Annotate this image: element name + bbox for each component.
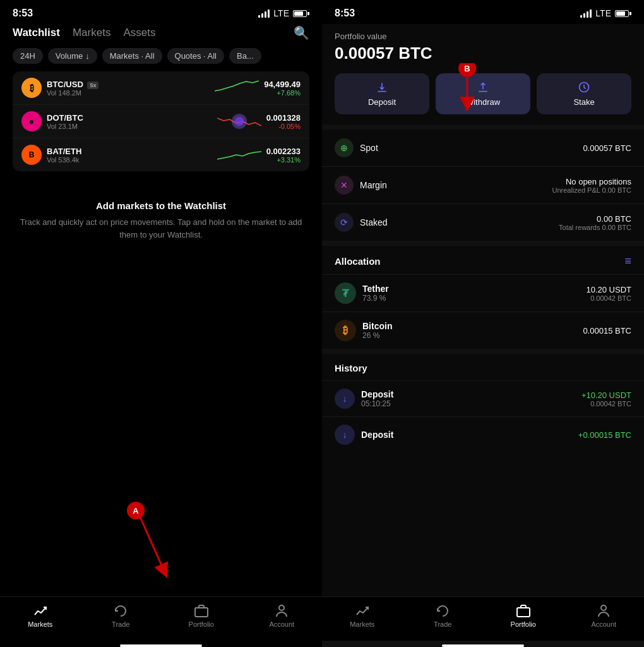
margin-value: No open positions: [552, 177, 631, 186]
allocation-title: Allocation: [335, 256, 381, 267]
history-btc-1: 0.00042 BTC: [581, 400, 631, 408]
bitcoin-icon: ₿: [335, 320, 356, 341]
left-nav-account[interactable]: Account: [263, 603, 301, 628]
margin-sub: Unrealized P&L 0.00 BTC: [552, 186, 631, 194]
dot-info: DOT/BTC Vol 23.1M: [47, 113, 212, 130]
margin-name: Margin: [360, 180, 387, 190]
right-nav-trade[interactable]: Trade: [424, 603, 462, 628]
left-bottom-nav: Markets Trade Portfolio Account: [0, 596, 322, 641]
watchlist-row-dot[interactable]: ● DOT/BTC Vol 23.1M 0.001328 -0.05%: [13, 105, 309, 138]
chip-24h[interactable]: 24H: [13, 48, 43, 64]
svg-point-6: [279, 605, 284, 610]
history-deposit-icon-2: ↓: [335, 425, 355, 445]
right-nav-markets[interactable]: Markets: [343, 603, 381, 628]
btc-icon: ₿: [21, 78, 42, 98]
arrow-a-svg: A: [63, 502, 189, 590]
margin-row[interactable]: ✕ Margin No open positions Unrealized P&…: [322, 167, 644, 204]
btc-chart: [215, 78, 259, 97]
btc-vol: Vol 148.2M: [47, 89, 210, 97]
right-nav-portfolio[interactable]: Portfolio: [504, 603, 542, 628]
list-icon: ≡: [624, 255, 631, 268]
staked-row[interactable]: ⟳ Staked 0.00 BTC Total rewards 0.00 BTC: [322, 204, 644, 241]
portfolio-value: 0.00057 BTC: [335, 44, 631, 63]
right-nav-account[interactable]: Account: [585, 603, 623, 628]
btc-pair: BTC/USD 5x: [47, 80, 210, 89]
bitcoin-primary: 0.00015 BTC: [583, 326, 631, 336]
svg-rect-13: [517, 608, 530, 617]
tether-right: 10.20 USDT 0.00042 BTC: [586, 285, 631, 302]
history-amount-2: +0.00015 BTC: [578, 430, 631, 440]
chip-volume[interactable]: Volume ↓: [48, 48, 97, 64]
right-battery-icon: [615, 10, 631, 17]
history-left-1: ↓ Deposit 05:10:25: [335, 389, 393, 409]
trade-icon: [113, 603, 128, 619]
watchlist-row-bat[interactable]: B BAT/ETH Vol 538.4k 0.002233 +3.31%: [13, 138, 309, 171]
alloc-row-bitcoin[interactable]: ₿ Bitcoin 26 % 0.00015 BTC: [322, 311, 644, 349]
deposit-icon: [376, 81, 388, 94]
bitcoin-info: Bitcoin 26 %: [362, 321, 392, 340]
right-portfolio-icon: [516, 603, 531, 619]
left-nav-trade[interactable]: Trade: [102, 603, 140, 628]
history-left-2: ↓ Deposit: [335, 425, 393, 445]
svg-text:B: B: [464, 64, 470, 73]
battery-icon: [293, 10, 309, 17]
right-home-indicator: [442, 644, 524, 647]
svg-point-1: [235, 117, 244, 126]
balances-section: ⊕ Spot 0.00057 BTC ✕ Margin No open posi…: [322, 130, 644, 241]
tab-assets[interactable]: Assets: [123, 24, 155, 42]
left-nav-markets[interactable]: Markets: [21, 603, 59, 628]
bat-vol: Vol 538.4k: [47, 156, 212, 164]
signal-icon: [258, 9, 270, 18]
watchlist-row-btc[interactable]: ₿ BTC/USD 5x Vol 148.2M 94,499.49 +7.68%: [13, 71, 309, 105]
watchlist-empty-msg: Add markets to the Watchlist Track and q…: [0, 188, 322, 253]
margin-right: No open positions Unrealized P&L 0.00 BT…: [552, 177, 631, 194]
svg-rect-5: [195, 608, 208, 617]
history-row-1[interactable]: ↓ Deposit 05:10:25 +10.20 USDT 0.00042 B…: [322, 380, 644, 416]
staked-right: 0.00 BTC Total rewards 0.00 BTC: [559, 214, 631, 231]
chip-quotes[interactable]: Quotes · All: [167, 48, 224, 64]
spot-name: Spot: [360, 143, 378, 153]
left-nav-portfolio[interactable]: Portfolio: [182, 603, 220, 628]
history-info-1: Deposit 05:10:25: [361, 389, 393, 408]
bat-info: BAT/ETH Vol 538.4k: [47, 147, 212, 164]
right-status-right: LTE: [580, 8, 631, 18]
history-section: History ↓ Deposit 05:10:25 +10.20 USDT 0…: [322, 354, 644, 596]
right-account-icon: [596, 603, 611, 619]
spot-left: ⊕ Spot: [335, 138, 378, 157]
chip-markets[interactable]: Markets · All: [102, 48, 162, 64]
staked-value: 0.00 BTC: [559, 214, 631, 224]
dot-price: 0.001328 -0.05%: [266, 113, 301, 130]
right-bottom-nav: Markets Trade Portfolio Account: [322, 596, 644, 641]
dot-vol: Vol 23.1M: [47, 123, 212, 130]
watchlist-card: ₿ BTC/USD 5x Vol 148.2M 94,499.49 +7.68%…: [13, 71, 309, 171]
lte-label: LTE: [273, 8, 289, 18]
stake-button[interactable]: Stake: [537, 73, 631, 114]
tether-info: Tether 73.9 %: [362, 284, 389, 303]
svg-line-2: [139, 514, 164, 571]
btc-info: BTC/USD 5x Vol 148.2M: [47, 80, 210, 97]
tab-markets[interactable]: Markets: [73, 24, 110, 42]
margin-icon: ✕: [335, 176, 354, 195]
right-status-bar: 8:53 LTE: [322, 0, 644, 24]
spot-row[interactable]: ⊕ Spot 0.00057 BTC: [322, 130, 644, 167]
history-deposit-icon-1: ↓: [335, 389, 355, 409]
right-panel: 8:53 LTE Portfolio value 0.00057 BTC Dep…: [322, 0, 644, 647]
history-time-1: 05:10:25: [361, 399, 393, 408]
staked-icon: ⟳: [335, 213, 354, 232]
search-button[interactable]: 🔍: [294, 25, 309, 40]
btc-badge: 5x: [87, 82, 98, 89]
history-header: History: [322, 354, 644, 380]
tab-watchlist[interactable]: Watchlist: [13, 24, 60, 42]
history-type-1: Deposit: [361, 389, 393, 399]
deposit-button[interactable]: Deposit: [335, 73, 429, 114]
right-lte-label: LTE: [595, 8, 611, 18]
dot-chart: [217, 112, 261, 131]
alloc-row-tether[interactable]: ₮ Tether 73.9 % 10.20 USDT 0.00042 BTC: [322, 274, 644, 311]
tether-left: ₮ Tether 73.9 %: [335, 282, 389, 304]
withdraw-button[interactable]: Withdraw: [436, 73, 530, 114]
history-row-2[interactable]: ↓ Deposit +0.00015 BTC: [322, 416, 644, 452]
chip-ba[interactable]: Ba...: [229, 48, 261, 64]
dot-icon: ●: [21, 111, 42, 131]
history-amount-1: +10.20 USDT: [581, 390, 631, 400]
spot-right: 0.00057 BTC: [583, 143, 631, 153]
